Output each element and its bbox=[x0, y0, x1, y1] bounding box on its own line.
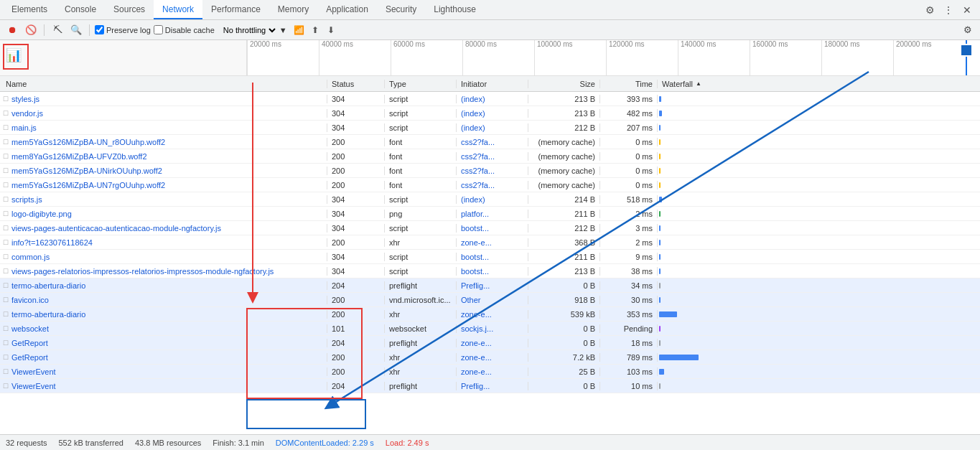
tab-network[interactable]: Network bbox=[154, 0, 202, 19]
preserve-log-input[interactable] bbox=[95, 25, 104, 34]
tab-security[interactable]: Security bbox=[377, 0, 425, 19]
row-size: 211 B bbox=[528, 210, 600, 218]
wifi-icon[interactable]: 📶 bbox=[293, 24, 306, 37]
row-waterfall bbox=[658, 207, 980, 220]
row-status: 200 bbox=[327, 310, 385, 319]
row-checkbox[interactable]: ☐ bbox=[0, 339, 11, 347]
row-name: logo-digibyte.png bbox=[11, 210, 324, 218]
close-icon[interactable]: ✕ bbox=[960, 3, 974, 17]
row-waterfall bbox=[658, 264, 980, 278]
table-row[interactable]: ☐websocket101websocketsockjs.j...0 BPend… bbox=[0, 322, 980, 336]
table-row[interactable]: ☐mem8YaGs126MiZpBA-UFVZ0b.woff2200fontcs… bbox=[0, 149, 980, 164]
row-checkbox[interactable]: ☐ bbox=[0, 110, 11, 117]
status-requests: 32 requests bbox=[6, 439, 47, 447]
tab-console[interactable]: Console bbox=[56, 0, 105, 19]
upload-icon[interactable]: ⬆ bbox=[309, 24, 322, 37]
row-time: 353 ms bbox=[600, 310, 658, 319]
row-checkbox[interactable]: ☐ bbox=[0, 182, 11, 189]
row-checkbox[interactable]: ☐ bbox=[0, 124, 11, 131]
table-row[interactable]: ☐termo-abertura-diario204preflightPrefli… bbox=[0, 278, 980, 293]
row-checkbox[interactable]: ☐ bbox=[0, 296, 11, 304]
row-checkbox[interactable]: ☐ bbox=[0, 196, 11, 203]
row-checkbox[interactable]: ☐ bbox=[0, 268, 11, 275]
row-initiator: (index) bbox=[457, 195, 528, 204]
row-checkbox[interactable]: ☐ bbox=[0, 325, 11, 332]
table-row[interactable]: ☐common.js304scriptbootst...211 B9 ms bbox=[0, 250, 980, 264]
table-header: Name Status Type Initiator Size Time Wat… bbox=[0, 76, 980, 92]
table-row[interactable]: ☐views-pages-relatorios-impressos-relato… bbox=[0, 264, 980, 278]
row-checkbox[interactable]: ☐ bbox=[0, 167, 11, 174]
row-name-cell: ☐main.js bbox=[0, 123, 327, 132]
throttle-dropdown[interactable]: No throttling ▼ bbox=[218, 24, 290, 36]
more-options-icon[interactable]: ⋮ bbox=[941, 3, 956, 17]
row-status: 304 bbox=[327, 253, 385, 261]
clear-button[interactable]: 🚫 bbox=[23, 22, 39, 38]
row-checkbox[interactable]: ☐ bbox=[0, 282, 11, 289]
row-size: 918 B bbox=[528, 296, 600, 304]
waterfall-bar bbox=[659, 225, 661, 231]
table-row[interactable]: ☐ViewerEvent204preflightPreflig...0 B10 … bbox=[0, 379, 980, 393]
row-checkbox[interactable]: ☐ bbox=[0, 239, 11, 246]
tab-lighthouse[interactable]: Lighthouse bbox=[425, 0, 485, 19]
row-initiator: css2?fa... bbox=[457, 167, 528, 175]
row-waterfall bbox=[658, 336, 980, 350]
table-row[interactable]: ☐mem5YaGs126MiZpBA-UN7rgOUuhp.woff2200fo… bbox=[0, 178, 980, 192]
row-initiator: bootst... bbox=[457, 267, 528, 276]
download-icon[interactable]: ⬇ bbox=[325, 24, 337, 37]
tab-application[interactable]: Application bbox=[317, 0, 377, 19]
table-row[interactable]: ☐GetReport204preflightzone-e...0 B18 ms bbox=[0, 336, 980, 350]
table-row[interactable]: ☐mem5YaGs126MiZpBA-UNirkOUuhp.woff2200fo… bbox=[0, 164, 980, 178]
table-row[interactable]: ☐termo-abertura-diario200xhrzone-e...539… bbox=[0, 307, 980, 322]
table-row[interactable]: ☐GetReport200xhrzone-e...7.2 kB789 ms bbox=[0, 350, 980, 365]
record-button[interactable]: ⏺ bbox=[4, 22, 20, 38]
devtools-tabs: Elements Console Sources Network Perform… bbox=[0, 0, 980, 20]
filter-button[interactable]: ⛏ bbox=[50, 22, 65, 38]
row-size: 0 B bbox=[528, 339, 600, 347]
table-row[interactable]: ☐main.js304script(index)212 B207 ms bbox=[0, 121, 980, 135]
status-load: Load: 2.49 s bbox=[386, 439, 429, 447]
row-name-cell: ☐vendor.js bbox=[0, 109, 327, 118]
table-row[interactable]: ☐ViewerEvent200xhrzone-e...25 B103 ms bbox=[0, 365, 980, 379]
table-row[interactable]: ☐favicon.ico200vnd.microsoft.ic...Other9… bbox=[0, 293, 980, 307]
row-checkbox[interactable]: ☐ bbox=[0, 368, 11, 375]
row-checkbox[interactable]: ☐ bbox=[0, 311, 11, 318]
row-initiator: css2?fa... bbox=[457, 181, 528, 189]
tab-performance[interactable]: Performance bbox=[202, 0, 269, 19]
table-row[interactable]: ☐views-pages-autenticacao-autenticacao-m… bbox=[0, 221, 980, 235]
throttle-select-input[interactable]: No throttling bbox=[220, 25, 278, 35]
row-checkbox[interactable]: ☐ bbox=[0, 354, 11, 361]
row-initiator: css2?fa... bbox=[457, 138, 528, 146]
tab-sources[interactable]: Sources bbox=[105, 0, 154, 19]
table-row[interactable]: ☐vendor.js304script(index)213 B482 ms bbox=[0, 106, 980, 121]
table-row[interactable]: ☐mem5YaGs126MiZpBA-UN_r8OUuhp.woff2200fo… bbox=[0, 135, 980, 149]
table-row[interactable]: ☐logo-digibyte.png304pngplatfor...211 B2… bbox=[0, 207, 980, 221]
disable-cache-input[interactable] bbox=[154, 25, 163, 34]
row-checkbox[interactable]: ☐ bbox=[0, 383, 11, 390]
row-initiator: zone-e... bbox=[457, 367, 528, 376]
row-checkbox[interactable]: ☐ bbox=[0, 95, 11, 103]
table-row[interactable]: ☐styles.js304script(index)213 B393 ms bbox=[0, 92, 980, 106]
row-checkbox[interactable]: ☐ bbox=[0, 153, 11, 160]
row-status: 200 bbox=[327, 367, 385, 376]
table-row[interactable]: ☐scripts.js304script(index)214 B518 ms bbox=[0, 192, 980, 207]
table-row[interactable]: ☐info?t=1623076118624200xhrzone-e...368 … bbox=[0, 235, 980, 250]
tab-elements[interactable]: Elements bbox=[3, 0, 56, 19]
row-checkbox[interactable]: ☐ bbox=[0, 253, 11, 261]
row-checkbox[interactable]: ☐ bbox=[0, 139, 11, 146]
row-checkbox[interactable]: ☐ bbox=[0, 210, 11, 217]
row-time: 34 ms bbox=[600, 281, 658, 290]
search-button[interactable]: 🔍 bbox=[68, 22, 84, 38]
row-type: xhr bbox=[385, 367, 457, 376]
tick-200000: 200000 ms bbox=[893, 40, 931, 75]
settings-icon[interactable]: ⚙ bbox=[923, 3, 937, 17]
preserve-log-checkbox[interactable]: Preserve log bbox=[95, 25, 151, 34]
tab-memory[interactable]: Memory bbox=[269, 0, 317, 19]
row-checkbox[interactable]: ☐ bbox=[0, 225, 11, 232]
settings-network-icon[interactable]: ⚙ bbox=[960, 22, 976, 38]
disable-cache-checkbox[interactable]: Disable cache bbox=[154, 25, 215, 34]
row-name-cell: ☐mem5YaGs126MiZpBA-UN_r8OUuhp.woff2 bbox=[0, 138, 327, 146]
row-status: 204 bbox=[327, 281, 385, 290]
tick-80000: 80000 ms bbox=[462, 40, 497, 75]
row-size: 212 B bbox=[528, 224, 600, 233]
row-name-cell: ☐scripts.js bbox=[0, 195, 327, 204]
